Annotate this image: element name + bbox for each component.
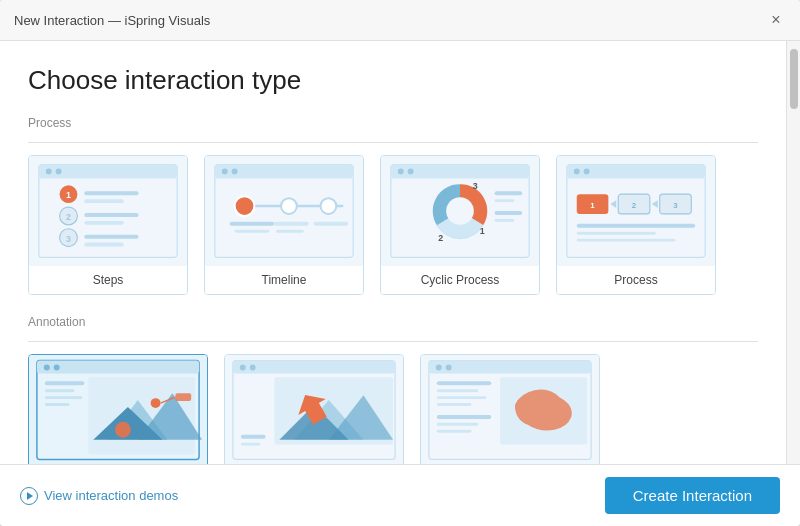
svg-point-3 <box>56 169 62 175</box>
svg-point-43 <box>574 169 580 175</box>
svg-text:1: 1 <box>480 226 485 236</box>
svg-rect-81 <box>241 435 266 439</box>
card-guided-image[interactable]: Guided Image <box>224 354 404 464</box>
svg-text:1: 1 <box>590 201 595 210</box>
page-title: Choose interaction type <box>28 65 758 96</box>
svg-point-22 <box>281 198 297 214</box>
card-thumb-guided-image <box>225 355 403 464</box>
svg-rect-26 <box>314 222 349 226</box>
svg-rect-82 <box>241 443 261 446</box>
annotation-cards-row: Labeled Graphic <box>28 354 758 464</box>
svg-rect-71 <box>175 393 191 401</box>
svg-rect-27 <box>235 230 270 233</box>
section-label-process: Process <box>28 116 758 130</box>
process-cards-row: 1 2 3 <box>28 155 758 295</box>
card-label-timeline: Timeline <box>205 266 363 294</box>
svg-text:3: 3 <box>66 234 71 244</box>
svg-rect-15 <box>84 243 124 247</box>
card-timeline[interactable]: Timeline <box>204 155 364 295</box>
svg-point-44 <box>584 169 590 175</box>
svg-point-85 <box>436 365 442 371</box>
svg-rect-38 <box>495 199 515 202</box>
card-process[interactable]: 1 2 3 <box>556 155 716 295</box>
svg-rect-91 <box>437 403 472 406</box>
svg-rect-84 <box>429 361 591 374</box>
svg-rect-12 <box>84 213 138 217</box>
svg-rect-94 <box>437 430 472 433</box>
svg-text:3: 3 <box>473 181 478 191</box>
svg-rect-60 <box>45 381 85 385</box>
svg-rect-73 <box>233 361 395 374</box>
svg-rect-54 <box>577 232 656 235</box>
play-triangle-icon <box>27 492 33 500</box>
content-area: Choose interaction type Process <box>0 41 800 464</box>
card-hotspot[interactable]: Hotspot <box>420 354 600 464</box>
svg-rect-57 <box>37 361 199 374</box>
card-thumb-steps: 1 2 3 <box>29 156 187 266</box>
title-bar-text: New Interaction — iSpring Visuals <box>14 13 210 28</box>
section-divider-process <box>28 142 758 143</box>
svg-point-31 <box>398 169 404 175</box>
card-thumb-cyclic-process: 3 2 1 <box>381 156 539 266</box>
svg-text:2: 2 <box>632 201 637 210</box>
svg-rect-53 <box>577 224 696 228</box>
svg-rect-13 <box>84 221 124 225</box>
svg-rect-63 <box>45 403 70 406</box>
close-button[interactable]: × <box>766 10 786 30</box>
svg-rect-88 <box>437 381 491 385</box>
svg-rect-40 <box>495 219 515 222</box>
svg-rect-10 <box>84 191 138 195</box>
svg-rect-28 <box>276 230 304 233</box>
svg-rect-93 <box>437 423 479 426</box>
card-cyclic-process[interactable]: 3 2 1 Cyclic Process <box>380 155 540 295</box>
svg-rect-89 <box>437 389 479 392</box>
svg-point-2 <box>46 169 52 175</box>
svg-point-59 <box>54 365 60 371</box>
scroll-thumb[interactable] <box>790 49 798 109</box>
card-steps[interactable]: 1 2 3 <box>28 155 188 295</box>
svg-point-68 <box>115 422 131 438</box>
svg-point-21 <box>235 196 255 216</box>
svg-point-19 <box>232 169 238 175</box>
card-label-cyclic-process: Cyclic Process <box>381 266 539 294</box>
create-interaction-button[interactable]: Create Interaction <box>605 477 780 514</box>
section-label-annotation: Annotation <box>28 315 758 329</box>
card-labeled-graphic[interactable]: Labeled Graphic <box>28 354 208 464</box>
svg-point-18 <box>222 169 228 175</box>
card-label-process: Process <box>557 266 715 294</box>
section-divider-annotation <box>28 341 758 342</box>
svg-point-23 <box>321 198 337 214</box>
card-thumb-labeled-graphic <box>29 355 207 464</box>
svg-text:2: 2 <box>438 233 443 243</box>
svg-point-74 <box>240 365 246 371</box>
svg-rect-39 <box>495 211 523 215</box>
svg-rect-14 <box>84 235 138 239</box>
svg-text:3: 3 <box>673 201 678 210</box>
play-icon <box>20 487 38 505</box>
card-thumb-timeline <box>205 156 363 266</box>
svg-text:2: 2 <box>66 212 71 222</box>
dialog: New Interaction — iSpring Visuals × Choo… <box>0 0 800 526</box>
svg-point-75 <box>250 365 256 371</box>
svg-point-86 <box>446 365 452 371</box>
view-demos-text: View interaction demos <box>44 488 178 503</box>
main-content: Choose interaction type Process <box>0 41 786 464</box>
svg-point-58 <box>44 365 50 371</box>
svg-rect-25 <box>274 222 309 226</box>
svg-rect-90 <box>437 396 486 399</box>
footer: View interaction demos Create Interactio… <box>0 464 800 526</box>
svg-rect-55 <box>577 239 676 242</box>
title-bar: New Interaction — iSpring Visuals × <box>0 0 800 41</box>
card-thumb-process: 1 2 3 <box>557 156 715 266</box>
scrollbar[interactable] <box>786 41 800 464</box>
card-label-steps: Steps <box>29 266 187 294</box>
svg-rect-37 <box>495 191 523 195</box>
svg-rect-62 <box>45 396 83 399</box>
svg-rect-24 <box>230 222 274 226</box>
svg-rect-61 <box>45 389 75 392</box>
view-demos-link[interactable]: View interaction demos <box>20 487 178 505</box>
svg-point-69 <box>151 398 161 408</box>
svg-text:1: 1 <box>66 190 71 200</box>
svg-point-33 <box>446 197 474 225</box>
card-thumb-hotspot <box>421 355 599 464</box>
